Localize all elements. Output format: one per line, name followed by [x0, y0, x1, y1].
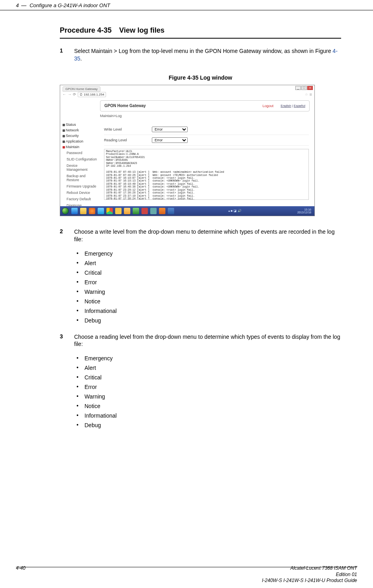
forward-icon[interactable]: →	[68, 92, 71, 96]
list-item: Notice	[75, 297, 341, 306]
write-level-label: Write Level	[104, 127, 152, 131]
list-item: Debug	[75, 316, 341, 325]
sidebar-maintain[interactable]: Maintain	[63, 144, 98, 150]
word-icon[interactable]	[168, 208, 174, 214]
write-levels-list: Emergency Alert Critical Error Warning N…	[75, 249, 341, 325]
step-text: Select Maintain > Log from the top-level…	[74, 48, 333, 54]
star-icon[interactable]: ☆	[305, 92, 308, 96]
procedure-label: Procedure 4-35	[60, 26, 112, 34]
language-links: English | Español	[281, 104, 305, 107]
step-2: 2 Choose a write level from the drop-dow…	[60, 228, 341, 243]
list-item: Informational	[75, 306, 341, 316]
sidebar-network[interactable]: Network	[63, 127, 98, 133]
list-item: Error	[75, 277, 341, 287]
list-item: Informational	[75, 411, 341, 420]
sidebar-sub-factory[interactable]: Factory Default	[64, 196, 98, 202]
figure-caption: Figure 4-35 Log window	[60, 74, 341, 81]
list-item: Emergency	[75, 354, 341, 363]
sidebar-sub-backup[interactable]: Backup and Restore	[64, 173, 98, 183]
reload-icon[interactable]: ⟳	[73, 92, 76, 96]
lang-espanol[interactable]: Español	[294, 104, 305, 107]
sidebar-sub-firmware[interactable]: Firmware Upgrade	[64, 183, 98, 189]
footer: 4-40 Alcatel-Lucent 7368 ISAM ONT Editio…	[16, 565, 357, 584]
list-item: Alert	[75, 363, 341, 373]
procedure-heading: Procedure 4-35 View log files	[60, 10, 341, 39]
logout-link[interactable]: Logout	[263, 104, 274, 108]
address-bar[interactable]: 🗋 192.168.1.254	[78, 92, 106, 97]
write-level-row: Write Level Error	[104, 124, 309, 135]
tray-clock[interactable]: 15:16 2013/12/18	[297, 208, 313, 214]
reading-level-select[interactable]: Error	[152, 137, 188, 143]
lang-english[interactable]: English	[281, 104, 291, 107]
sidebar: Status Network Security Application Main…	[63, 122, 98, 215]
footer-line2: Edition 01	[262, 572, 357, 578]
sidebar-status[interactable]: Status	[63, 122, 98, 127]
header-dash: —	[21, 2, 26, 8]
breadcrumb: Maintain>Log	[100, 114, 122, 118]
powerpoint-icon[interactable]	[159, 208, 165, 214]
taskbar: ▴ ■ ◪ 🔊 15:16 2013/12/18	[60, 206, 314, 216]
reading-level-row: Reading Level Error	[104, 135, 309, 146]
step-body: Choose a reading level from the drop-dow…	[74, 333, 341, 348]
list-item: Error	[75, 382, 341, 392]
reading-levels-list: Emergency Alert Critical Error Warning N…	[75, 354, 341, 430]
sidebar-sub-device-mgmt[interactable]: Device Management	[64, 162, 98, 173]
browser-tab[interactable]: GPON Home Gateway	[63, 86, 100, 92]
figure-screenshot: _ □ × GPON Home Gateway ← → ⟳ 🗋 192.168.…	[60, 85, 315, 216]
outlook-icon[interactable]	[124, 208, 130, 214]
step-3: 3 Choose a reading level from the drop-d…	[60, 333, 341, 348]
reading-level-label: Reading Level	[104, 138, 152, 142]
step-body: Select Maintain > Log from the top-level…	[74, 47, 341, 63]
footer-line1: Alcatel-Lucent 7368 ISAM ONT	[262, 565, 357, 572]
list-item: Notice	[75, 401, 341, 411]
start-orb-icon[interactable]	[62, 207, 69, 215]
app-icon[interactable]	[115, 208, 122, 214]
browser-toolbar: ← → ⟳ 🗋 192.168.1.254 ☆ ≡	[63, 92, 312, 97]
minimize-button[interactable]: _	[295, 86, 301, 90]
step-number: 2	[60, 228, 74, 234]
write-level-select[interactable]: Error	[152, 127, 188, 132]
maximize-button[interactable]: □	[301, 86, 307, 90]
running-header: 4 — Configure a G-241W-A indoor ONT	[0, 0, 373, 10]
procedure-title: View log files	[119, 26, 165, 34]
step-number: 3	[60, 333, 74, 340]
chapter-title: Configure a G-241W-A indoor ONT	[29, 2, 110, 8]
sidebar-security[interactable]: Security	[63, 133, 98, 139]
log-form: Write Level Error Reading Level Error Ma…	[104, 124, 309, 200]
sidebar-sub-slid[interactable]: SLID Configuration	[64, 156, 98, 162]
chrome-icon[interactable]	[106, 208, 113, 214]
chapter-number: 4	[16, 2, 19, 8]
log-output[interactable]: Manufacturer:ALCL ProductClass:I-240W-A …	[104, 149, 309, 200]
list-item: Debug	[75, 420, 341, 430]
list-item: Alert	[75, 258, 341, 268]
close-button[interactable]: ×	[307, 86, 313, 90]
list-item: Warning	[75, 392, 341, 401]
tray-time: 15:16	[297, 208, 311, 211]
step-number: 1	[60, 47, 74, 54]
sidebar-application[interactable]: Application	[63, 139, 98, 144]
list-item: Warning	[75, 287, 341, 297]
window-buttons: _ □ ×	[295, 86, 313, 90]
app2-icon[interactable]	[141, 208, 148, 214]
magnifier-icon[interactable]	[150, 208, 157, 214]
step-text-end: .	[80, 55, 82, 62]
sidebar-sub-reboot[interactable]: Reboot Device	[64, 189, 98, 196]
footer-line3: I-240W-S I-241W-S I-241W-U Product Guide	[262, 578, 357, 584]
excel-icon[interactable]	[133, 208, 139, 214]
ie-icon[interactable]	[71, 208, 78, 214]
list-item: Critical	[75, 268, 341, 277]
gateway-header: GPON Home Gateway Logout English | Españ…	[100, 100, 310, 111]
list-item: Emergency	[75, 249, 341, 258]
firefox-icon[interactable]	[89, 208, 95, 214]
footer-right: Alcatel-Lucent 7368 ISAM ONT Edition 01 …	[262, 565, 357, 584]
tray-date: 2013/12/18	[297, 211, 311, 214]
explorer-icon[interactable]	[80, 208, 86, 214]
step-body: Choose a write level from the drop-down …	[74, 228, 341, 243]
sidebar-sub-password[interactable]: Password	[64, 150, 98, 156]
back-icon[interactable]: ←	[63, 92, 66, 96]
tray-icons[interactable]: ▴ ■ ◪ 🔊	[228, 209, 242, 213]
step-1: 1 Select Maintain > Log from the top-lev…	[60, 47, 341, 63]
list-item: Critical	[75, 373, 341, 382]
skype-icon[interactable]	[98, 208, 104, 214]
menu-icon[interactable]: ≡	[310, 92, 312, 97]
